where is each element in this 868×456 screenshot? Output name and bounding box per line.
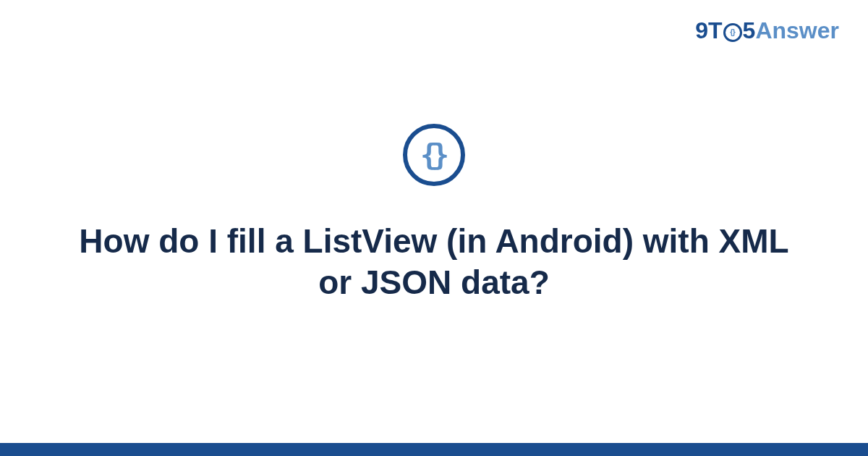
category-badge: {}	[403, 124, 465, 186]
main-content: {} How do I fill a ListView (in Android)…	[0, 0, 868, 456]
question-title: How do I fill a ListView (in Android) wi…	[72, 221, 796, 304]
json-braces-icon: {}	[420, 140, 448, 169]
footer-accent-bar	[0, 443, 868, 456]
